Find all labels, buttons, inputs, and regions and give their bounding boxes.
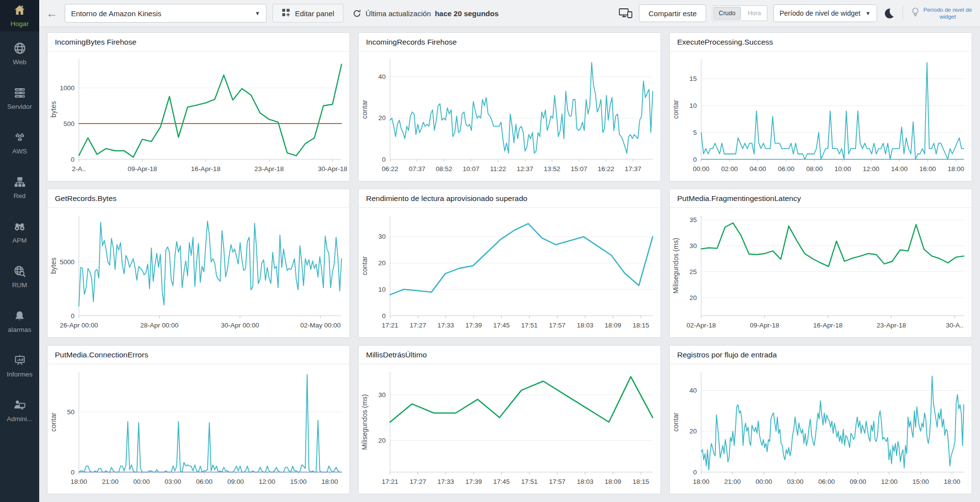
svg-text:06:00: 06:00 — [818, 478, 835, 485]
home-icon — [13, 4, 26, 17]
widget-title: Rendimiento de lectura aprovisionado sup… — [359, 189, 661, 208]
sidebar-item-network[interactable]: Red — [0, 165, 39, 210]
network-icon — [13, 176, 26, 189]
svg-text:23-Apr-18: 23-Apr-18 — [877, 322, 906, 329]
widget-title: MillisDetrásÚltimo — [359, 346, 661, 364]
svg-text:17:21: 17:21 — [382, 322, 398, 329]
svg-text:contar: contar — [49, 412, 57, 431]
svg-text:20: 20 — [689, 294, 697, 301]
svg-text:02-Apr-18: 02-Apr-18 — [686, 322, 716, 329]
svg-text:bytes: bytes — [49, 257, 57, 274]
chart-canvas[interactable]: 05001000bytes2-A..09-Apr-1816-Apr-1823-A… — [48, 51, 349, 181]
svg-text:20: 20 — [378, 259, 386, 267]
sidebar-item-rum[interactable]: RUM — [0, 254, 39, 299]
svg-text:17:51: 17:51 — [521, 478, 538, 485]
last-update-text: Última actualización — [366, 9, 431, 18]
svg-text:17:45: 17:45 — [493, 322, 510, 329]
svg-text:contar: contar — [361, 256, 368, 275]
refresh-icon[interactable] — [352, 9, 362, 18]
last-update-status: Última actualización hace 20 segundos — [352, 9, 498, 18]
sidebar-item-label: APM — [12, 237, 26, 244]
svg-text:5000: 5000 — [60, 258, 74, 266]
svg-text:0: 0 — [693, 469, 697, 476]
sidebar-item-home[interactable]: Hogar — [0, 0, 39, 31]
svg-text:contar: contar — [672, 412, 680, 431]
svg-text:17:39: 17:39 — [466, 478, 482, 485]
widget-period-select[interactable]: Período de nivel de widget ▼ — [773, 4, 877, 22]
svg-text:0: 0 — [71, 312, 74, 320]
svg-text:17:39: 17:39 — [466, 322, 482, 329]
chart-canvas[interactable]: 02040contar18:0021:0000:0003:0006:0009:0… — [670, 364, 972, 494]
widget-period-select-value: Período de nivel de widget — [780, 9, 860, 17]
svg-text:Milisegundos (ms): Milisegundos (ms) — [672, 238, 680, 294]
widget-title: Registros por flujo de entrada — [670, 346, 972, 364]
share-button[interactable]: Compartir este — [639, 4, 706, 22]
svg-text:09:00: 09:00 — [850, 478, 866, 485]
svg-text:0: 0 — [693, 156, 697, 163]
svg-text:18:03: 18:03 — [577, 478, 593, 485]
svg-text:07:37: 07:37 — [409, 165, 425, 173]
chart-canvas[interactable]: 20253035Milisegundos (ms)02-Apr-1809-Apr… — [670, 208, 972, 337]
sidebar-item-alarms[interactable]: alarmas — [0, 299, 39, 344]
chart-canvas[interactable]: 02040contar06:2207:3708:5210:0711:2212:3… — [359, 51, 661, 181]
sidebar-item-server[interactable]: Servidor — [0, 76, 39, 121]
toggle-raw[interactable]: Crudo — [713, 7, 741, 20]
svg-text:5: 5 — [693, 129, 697, 136]
svg-text:17:57: 17:57 — [549, 478, 565, 485]
environment-select[interactable]: Entorno de Amazon Kinesis ▼ — [65, 4, 267, 23]
svg-text:0: 0 — [382, 156, 386, 163]
chart-canvas[interactable]: 051015contar00:0002:0004:0006:0008:0010:… — [670, 51, 972, 181]
back-arrow-button[interactable]: ← — [46, 7, 58, 19]
chart-canvas[interactable]: 2030Milisegundos (ms)17:2117:2717:3317:3… — [359, 364, 661, 494]
chart-canvas[interactable]: 05000bytes26-Apr 00:0028-Apr 00:0030-Apr… — [48, 208, 349, 337]
svg-text:17:45: 17:45 — [493, 478, 510, 485]
svg-text:18:15: 18:15 — [633, 478, 649, 485]
svg-text:50: 50 — [67, 408, 74, 416]
svg-text:06:22: 06:22 — [382, 165, 398, 173]
svg-text:00:00: 00:00 — [693, 165, 710, 173]
sidebar-item-apm[interactable]: APM — [0, 210, 39, 254]
edit-panel-button[interactable]: Editar panel — [272, 4, 343, 23]
svg-text:15:00: 15:00 — [290, 478, 307, 485]
svg-text:10:00: 10:00 — [834, 165, 851, 173]
sidebar-item-web[interactable]: Web — [0, 31, 39, 76]
svg-text:30-A..: 30-A.. — [946, 322, 963, 329]
widget-title: IncomingRecords Firehose — [359, 33, 661, 51]
aws-cubes-icon — [13, 131, 26, 144]
svg-text:0: 0 — [382, 312, 386, 320]
sidebar: Hogar Web Servidor AWS Red APM R — [0, 0, 39, 502]
svg-text:13:52: 13:52 — [544, 165, 561, 173]
chart-canvas[interactable]: 050contar18:0021:0000:0003:0006:0009:001… — [48, 364, 349, 494]
globe-magnifier-icon — [13, 265, 26, 278]
raw-hour-toggle: Crudo Hora — [712, 5, 767, 21]
svg-text:17:33: 17:33 — [438, 478, 454, 485]
svg-text:30-Apr-18: 30-Apr-18 — [318, 165, 347, 173]
sidebar-item-label: Hogar — [11, 20, 29, 27]
svg-text:15: 15 — [689, 75, 697, 82]
toggle-hour[interactable]: Hora — [742, 6, 767, 21]
svg-text:18:00: 18:00 — [71, 478, 87, 485]
svg-text:03:00: 03:00 — [787, 478, 804, 485]
sidebar-item-admin[interactable]: Admini... — [0, 388, 39, 433]
widget-millis-behind-latest: MillisDetrásÚltimo 2030Milisegundos (ms)… — [358, 345, 661, 494]
svg-text:18:00: 18:00 — [321, 478, 338, 485]
widget-title: ExecuteProcessing.Success — [670, 33, 972, 51]
widget-incoming-records-firehose: IncomingRecords Firehose 02040contar06:2… — [358, 32, 661, 181]
chevron-down-icon: ▼ — [865, 10, 871, 16]
svg-text:09-Apr-18: 09-Apr-18 — [750, 322, 779, 329]
svg-text:17:51: 17:51 — [521, 322, 538, 329]
sidebar-item-aws[interactable]: AWS — [0, 121, 39, 165]
widget-period-tip[interactable]: Período de nivel de widget — [911, 6, 973, 21]
widget-read-throughput-exceeded: Rendimiento de lectura aprovisionado sup… — [358, 189, 661, 338]
dashboard-grid: IncomingBytes Firehose 05001000bytes2-A.… — [39, 27, 980, 502]
svg-text:20: 20 — [689, 427, 697, 435]
svg-text:11:22: 11:22 — [490, 165, 506, 173]
share-button-label: Compartir este — [648, 9, 696, 18]
dark-mode-moon-icon[interactable] — [883, 7, 895, 19]
devices-icon[interactable] — [618, 7, 633, 19]
sidebar-item-reports[interactable]: Informes — [0, 344, 39, 388]
edit-panel-label: Editar panel — [295, 9, 334, 18]
chart-canvas[interactable]: 0102030contar17:2117:2717:3317:3917:4517… — [359, 208, 661, 337]
widget-incoming-bytes-firehose: IncomingBytes Firehose 05001000bytes2-A.… — [47, 32, 350, 181]
svg-text:28-Apr 00:00: 28-Apr 00:00 — [140, 322, 178, 329]
